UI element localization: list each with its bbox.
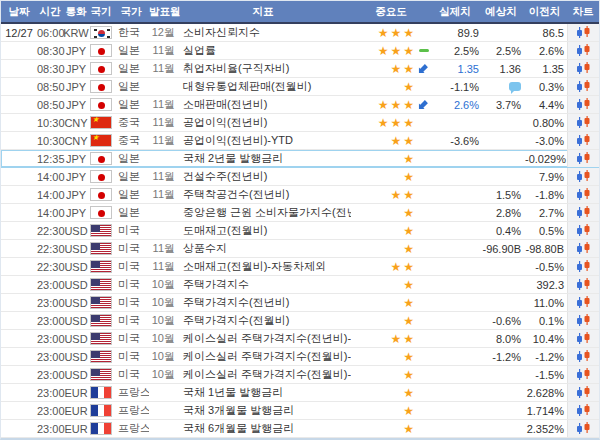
chart-cell[interactable]	[567, 420, 599, 437]
chart-cell[interactable]	[567, 402, 599, 419]
table-row[interactable]: 23:00 EUR 프랑스 국채 1년물 발행금리 ★ 2.628%	[1, 384, 599, 402]
chart-cell[interactable]	[567, 294, 599, 311]
table-row[interactable]: 08:30 JPY 일본 11월 취업자비율(구직자비) ★★ 1.35 1.3…	[1, 60, 599, 78]
indicator-name-link[interactable]: 케이스실러 주택가격지수(전월비)-20도시,계절조정	[175, 349, 351, 364]
indicator-name-link[interactable]: 실업률	[175, 43, 351, 58]
chart-cell[interactable]	[567, 330, 599, 347]
report-month-cell: 11월	[149, 61, 175, 76]
trend-down-arrow-icon	[418, 63, 429, 74]
chart-cell[interactable]	[567, 96, 599, 113]
chart-cell[interactable]	[567, 42, 599, 59]
importance-stars-icon: ★	[403, 297, 416, 309]
indicator-name-link[interactable]: 상품수지	[175, 241, 351, 256]
chart-cell[interactable]	[567, 204, 599, 221]
indicator-name-link[interactable]: 중앙은행 근원 소비자물가지수(전년비)	[175, 205, 351, 220]
flag-cell	[89, 116, 113, 129]
chart-cell[interactable]	[567, 24, 599, 41]
table-row[interactable]: 23:00 USD 미국 10월 케이스실러 주택가격지수(전년비)-20도시,…	[1, 330, 599, 348]
importance-cell: ★	[351, 387, 431, 399]
chart-cell[interactable]	[567, 60, 599, 77]
indicator-name-link[interactable]: 대형유통업체판매(전월비)	[175, 79, 351, 94]
importance-cell: ★	[351, 207, 431, 219]
indicator-name-link[interactable]: 주택착공건수(전년비)	[175, 187, 351, 202]
table-row[interactable]: 08:50 JPY 일본 11월 소매판매(전년비) ★★★ 2.6% 3.7%…	[1, 96, 599, 114]
indicator-name-link[interactable]: 주택가격지수	[175, 277, 351, 292]
table-row[interactable]: 23:00 USD 미국 10월 케이스실러 주택가격지수(전월비)-20도시,…	[1, 348, 599, 366]
table-row[interactable]: 14:00 JPY 일본 11월 건설수주(전년비) ★ 7.9%	[1, 168, 599, 186]
table-row[interactable]: 12/27 06:00 KRW 한국 12월 소비자신뢰지수 ★★★ 89.9 …	[1, 24, 599, 42]
table-row[interactable]: 23:00 EUR 프랑스 국채 3개월물 발행금리 ★ 1.714%	[1, 402, 599, 420]
comment-bubble-icon[interactable]	[509, 82, 521, 91]
chart-cell[interactable]	[567, 384, 599, 401]
chart-cell[interactable]	[567, 186, 599, 203]
candlestick-chart-icon	[576, 62, 591, 75]
table-row[interactable]: 12:35 JPY 일본 국채 2년물 발행금리 ★ -0.029%	[1, 150, 599, 168]
report-month-cell: 11월	[149, 133, 175, 148]
chart-cell[interactable]	[567, 366, 599, 383]
chart-cell[interactable]	[567, 132, 599, 149]
date-cell: 12/27	[1, 27, 37, 39]
table-row[interactable]: 10:30 CNY 중국 11월 공업이익(전년비)-YTD ★★ -3.6% …	[1, 132, 599, 150]
trend-icon-slot	[416, 99, 431, 111]
trend-icon-slot	[416, 261, 431, 273]
table-row[interactable]: 08:30 JPY 일본 11월 실업률 ★★★ 2.5% 2.5% 2.6%	[1, 42, 599, 60]
time-cell: 08:30	[37, 63, 63, 75]
chart-cell[interactable]	[567, 78, 599, 95]
table-row[interactable]: 08:50 JPY 일본 대형유통업체판매(전월비) ★ -1.1% 0.3%	[1, 78, 599, 96]
indicator-name-link[interactable]: 국채 2년물 발행금리	[175, 151, 351, 166]
indicator-name-link[interactable]: 취업자비율(구직자비)	[175, 61, 351, 76]
table-row[interactable]: 23:00 EUR 프랑스 국채 6개월물 발행금리 ★ 2.352%	[1, 420, 599, 438]
importance-cell: ★★	[351, 261, 431, 273]
actual-value: -1.1%	[431, 81, 481, 93]
table-row[interactable]: 14:00 JPY 일본 중앙은행 근원 소비자물가지수(전년비) ★ 2.8%…	[1, 204, 599, 222]
table-row[interactable]: 14:00 JPY 일본 11월 주택착공건수(전년비) ★★ 1.5% -1.…	[1, 186, 599, 204]
importance-cell: ★	[351, 243, 431, 255]
table-row[interactable]: 23:00 USD 미국 10월 주택가격지수(전년비) ★ 11.0%	[1, 294, 599, 312]
chart-cell[interactable]	[567, 222, 599, 239]
time-cell: 12:35	[37, 153, 63, 165]
chart-cell[interactable]	[567, 150, 599, 167]
flag-cell	[89, 80, 113, 93]
importance-cell: ★★	[351, 333, 431, 345]
indicator-name-link[interactable]: 공업이익(전년비)-YTD	[175, 133, 351, 148]
indicator-name-link[interactable]: 케이스실러 주택가격지수(전년비)-20도시,원지수	[175, 331, 351, 346]
trend-icon-slot	[416, 351, 431, 363]
chart-cell[interactable]	[567, 258, 599, 275]
forecast-value	[481, 82, 525, 92]
currency-cell: USD	[63, 243, 89, 255]
importance-stars-icon: ★	[403, 351, 416, 363]
table-row[interactable]: 10:30 CNY 중국 11월 공업이익(전년비) ★★★ 0.80%	[1, 114, 599, 132]
trend-icon-slot	[416, 45, 431, 57]
currency-cell: EUR	[63, 405, 89, 417]
indicator-name-link[interactable]: 케이스실러 주택가격지수(전월비)-20도시,원지수	[175, 367, 351, 382]
candlestick-chart-icon	[576, 80, 591, 93]
table-row[interactable]: 23:00 USD 미국 10월 주택가격지수 ★ 392.3	[1, 276, 599, 294]
indicator-name-link[interactable]: 공업이익(전년비)	[175, 115, 351, 130]
indicator-name-link[interactable]: 국채 6개월물 발행금리	[175, 421, 351, 436]
indicator-name-link[interactable]: 주택가격지수(전년비)	[175, 295, 351, 310]
chart-cell[interactable]	[567, 240, 599, 257]
table-row[interactable]: 22:30 USD 미국 11월 소매재고(전월비)-자동차제외 ★★ -0.5…	[1, 258, 599, 276]
indicator-name-link[interactable]: 건설수주(전년비)	[175, 169, 351, 184]
header-chart: 차트	[567, 1, 599, 22]
table-row[interactable]: 22:30 USD 미국 11월 상품수지 ★ -96.90B -98.80B	[1, 240, 599, 258]
indicator-name-link[interactable]: 국채 1년물 발행금리	[175, 385, 351, 400]
chart-cell[interactable]	[567, 114, 599, 131]
indicator-name-link[interactable]: 주택가격지수(전월비)	[175, 313, 351, 328]
previous-value: -0.029%	[525, 153, 567, 165]
indicator-name-link[interactable]: 소매판매(전년비)	[175, 97, 351, 112]
table-row[interactable]: 22:30 USD 미국 도매재고(전월비) ★ 0.4% 0.5%	[1, 222, 599, 240]
chart-cell[interactable]	[567, 348, 599, 365]
indicator-name-link[interactable]: 국채 3개월물 발행금리	[175, 403, 351, 418]
chart-cell[interactable]	[567, 168, 599, 185]
importance-stars-icon: ★	[403, 81, 416, 93]
table-row[interactable]: 23:00 USD 미국 10월 주택가격지수(전월비) ★ -0.6% 0.1…	[1, 312, 599, 330]
indicator-name-link[interactable]: 소비자신뢰지수	[175, 25, 351, 40]
indicator-name-link[interactable]: 도매재고(전월비)	[175, 223, 351, 238]
indicator-name-link[interactable]: 소매재고(전월비)-자동차제외	[175, 259, 351, 274]
table-row[interactable]: 23:00 USD 미국 10월 케이스실러 주택가격지수(전월비)-20도시,…	[1, 366, 599, 384]
header-month: 발표월	[149, 5, 175, 19]
chart-cell[interactable]	[567, 276, 599, 293]
chart-cell[interactable]	[567, 312, 599, 329]
time-cell: 08:50	[37, 99, 63, 111]
